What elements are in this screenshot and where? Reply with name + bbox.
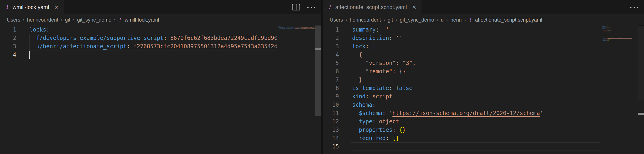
line-number: 11: [323, 109, 339, 117]
code-token: schema: [352, 102, 372, 108]
breadcrumb: Users›henricourdent›git›git_sync_demo›u›…: [323, 14, 644, 26]
minimap[interactable]: locks: f/developers_example/supportive_s…: [276, 26, 315, 154]
tab-wmill-lock.yaml[interactable]: !wmill-lock.yaml✕: [0, 0, 64, 14]
breadcrumb-separator: ›: [61, 17, 62, 22]
code-line: 15: [323, 142, 644, 151]
code-token: lock: [352, 43, 366, 50]
code-line: 6 "remote": {}: [323, 67, 644, 76]
code-line: 2description: '': [323, 34, 644, 42]
tab-affectionate_script.script.yaml[interactable]: !affectionate_script.script.yaml✕: [323, 0, 422, 14]
line-number: 6: [323, 67, 339, 76]
code-token: $schema: [359, 110, 382, 116]
code-token: summary: [352, 26, 376, 33]
code-token: is_template: [352, 85, 389, 92]
code-line: 12 type: object: [323, 117, 644, 126]
tab-bar: !wmill-lock.yaml✕: [0, 0, 321, 14]
code-line: 3lock: |: [323, 42, 644, 50]
breadcrumb-file[interactable]: affectionate_script.script.yaml: [475, 17, 542, 23]
code-token: [352, 52, 359, 58]
breadcrumb-item-git_sync_demo[interactable]: git_sync_demo: [77, 17, 111, 23]
line-number: 5: [323, 59, 339, 67]
code-token: "remote": {}: [366, 68, 406, 75]
code-token: ': [540, 110, 543, 116]
code-line-text: is_template: false: [352, 84, 600, 92]
code-token: |: [605, 28, 606, 29]
editor-group-right: !affectionate_script.script.yaml✕Users›h…: [323, 0, 644, 154]
breadcrumb-separator: ›: [464, 17, 466, 22]
breadcrumb-item-git_sync_demo[interactable]: git_sync_demo: [400, 17, 434, 23]
breadcrumb-separator: ›: [446, 17, 448, 22]
code-token: u/henri/affectionate_script: [279, 28, 294, 29]
close-icon[interactable]: ✕: [54, 5, 59, 10]
breadcrumb-item-Users[interactable]: Users: [330, 17, 343, 23]
code-line-text: f/developers_example/supportive_script: …: [30, 34, 276, 42]
code-line: 1locks:: [0, 26, 321, 34]
code-token: :: [164, 35, 170, 41]
overview-ruler-cursor-mark: [315, 48, 321, 50]
more-actions-icon[interactable]: [630, 7, 638, 8]
minimap[interactable]: summary: ''description: ''lock: | { "ver…: [600, 26, 638, 154]
tab-bar: !affectionate_script.script.yaml✕: [323, 0, 644, 14]
code-token: [352, 135, 359, 142]
code-token: u/henri/affectionate_script: [36, 43, 127, 50]
breadcrumb-separator: ›: [396, 17, 397, 22]
split-editor-icon[interactable]: [292, 4, 300, 10]
text-cursor: [29, 51, 30, 59]
line-number: 10: [323, 101, 339, 109]
editor-group-sash[interactable]: [321, 0, 323, 154]
breadcrumb-file[interactable]: wmill-lock.yaml: [125, 17, 159, 23]
editor-pane[interactable]: 1summary: ''2description: ''3lock: |4 {5…: [323, 26, 644, 154]
code-line: 3 u/henri/affectionate_script: f2768573c…: [0, 42, 321, 50]
code-token: ': [389, 110, 392, 116]
code-line: 4: [0, 50, 321, 59]
code-line-text: properties: {}: [352, 126, 600, 134]
breadcrumb-item-Users[interactable]: Users: [7, 17, 20, 23]
breadcrumb-separator: ›: [346, 17, 347, 22]
code-token: description: [352, 35, 389, 41]
code-token: []: [392, 135, 399, 142]
line-number: 7: [323, 76, 339, 84]
code-line-text: summary: '': [352, 26, 600, 34]
more-actions-icon[interactable]: [308, 7, 315, 8]
breadcrumb-item-henricourdent[interactable]: henricourdent: [27, 17, 58, 23]
code-token: [352, 76, 359, 83]
code-token: false: [609, 34, 612, 34]
breadcrumb-separator: ›: [114, 17, 116, 22]
breadcrumb-item-git[interactable]: git: [65, 17, 70, 23]
code-token: [352, 68, 366, 75]
breadcrumb-item-git[interactable]: git: [388, 17, 393, 23]
breadcrumb-item-henricourdent[interactable]: henricourdent: [350, 17, 381, 23]
breadcrumb-item-u[interactable]: u: [441, 17, 444, 23]
code-line-text: {: [352, 50, 600, 59]
code-line-text: type: object: [352, 117, 600, 126]
code-line-text: "remote": {}: [352, 67, 600, 76]
code-line: 4 {: [323, 50, 644, 59]
vertical-scrollbar-slider[interactable]: [638, 26, 644, 100]
warning-icon: !: [469, 17, 472, 22]
line-number: 1: [323, 26, 339, 34]
code-token: "version": "3",: [366, 60, 416, 66]
warning-icon: !: [119, 17, 121, 22]
code-line-text: }: [352, 76, 600, 84]
code-token: https://json-schema.org/draft/2020-12/sc…: [392, 110, 540, 116]
vertical-scrollbar-slider[interactable]: [315, 26, 321, 116]
warning-icon: !: [329, 4, 331, 10]
code-line-text: lock: |: [352, 42, 600, 50]
line-number: 2: [323, 34, 339, 42]
code-token: :: [386, 135, 392, 142]
editor-pane[interactable]: 1locks:2 f/developers_example/supportive…: [0, 26, 321, 154]
line-number: 13: [323, 126, 339, 134]
code-token: }: [359, 76, 362, 83]
editor-actions: [292, 0, 315, 14]
code-token: :: [366, 93, 372, 100]
code-token: type: [359, 118, 372, 125]
code-token: '': [396, 35, 402, 41]
close-icon[interactable]: ✕: [412, 5, 416, 10]
code-line: 13 properties: {}: [323, 126, 644, 134]
code-token: |: [372, 43, 376, 50]
breadcrumb-item-henri[interactable]: henri: [450, 17, 462, 23]
breadcrumb-separator: ›: [436, 17, 438, 22]
line-number: 8: [323, 84, 339, 92]
code-line: 1summary: '': [323, 26, 644, 34]
line-number: 2: [0, 34, 16, 42]
